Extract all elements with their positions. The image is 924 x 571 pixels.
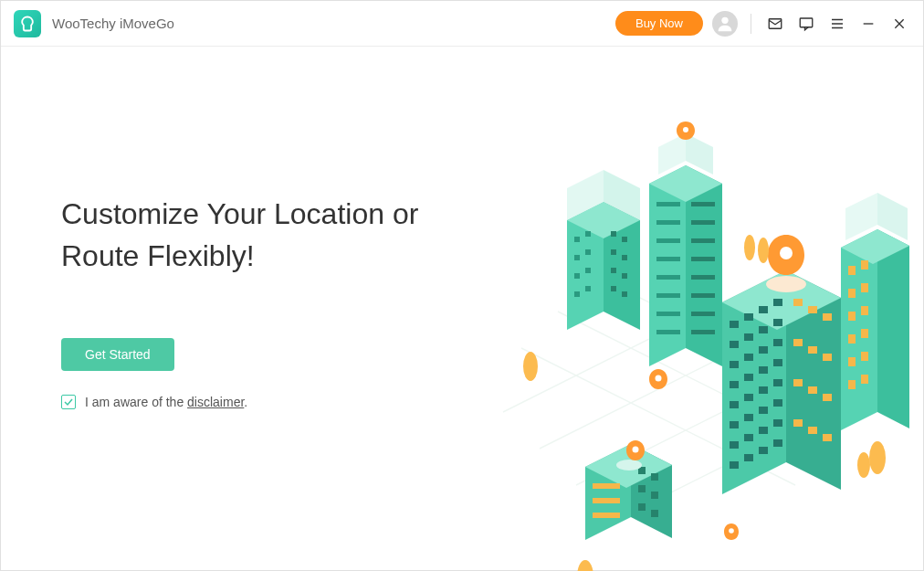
svg-point-143 bbox=[577, 560, 593, 571]
app-window: WooTechy iMoveGo Buy Now bbox=[0, 0, 924, 571]
menu-icon[interactable] bbox=[826, 13, 848, 35]
svg-rect-32 bbox=[622, 255, 627, 260]
svg-line-14 bbox=[558, 312, 832, 449]
svg-point-141 bbox=[869, 441, 886, 474]
svg-rect-22 bbox=[585, 231, 591, 237]
svg-rect-115 bbox=[808, 346, 817, 354]
svg-rect-30 bbox=[622, 237, 627, 242]
svg-rect-131 bbox=[638, 467, 646, 474]
svg-rect-47 bbox=[656, 293, 680, 298]
svg-point-145 bbox=[633, 447, 639, 453]
svg-rect-80 bbox=[744, 313, 753, 321]
svg-marker-78 bbox=[722, 270, 841, 330]
svg-rect-133 bbox=[638, 485, 646, 492]
user-avatar-icon[interactable] bbox=[712, 11, 738, 37]
svg-rect-136 bbox=[651, 510, 658, 517]
svg-marker-17 bbox=[604, 202, 640, 330]
disclaimer-text: I am aware of the disclaimer. bbox=[85, 395, 247, 409]
svg-rect-65 bbox=[861, 260, 868, 270]
svg-rect-21 bbox=[574, 237, 580, 242]
svg-rect-132 bbox=[651, 473, 658, 481]
svg-rect-109 bbox=[759, 447, 768, 454]
svg-rect-134 bbox=[651, 492, 658, 499]
minimize-icon[interactable] bbox=[857, 13, 879, 35]
mail-icon[interactable] bbox=[764, 13, 786, 35]
svg-rect-121 bbox=[808, 427, 817, 434]
svg-marker-16 bbox=[567, 202, 604, 330]
svg-marker-38 bbox=[686, 165, 722, 366]
svg-rect-107 bbox=[730, 461, 739, 469]
svg-rect-44 bbox=[656, 238, 680, 243]
titlebar-right: Buy Now bbox=[615, 11, 910, 37]
location-pin-icon bbox=[768, 235, 804, 286]
svg-rect-130 bbox=[593, 513, 620, 518]
titlebar-left: WooTechy iMoveGo bbox=[14, 10, 174, 37]
svg-rect-122 bbox=[823, 434, 832, 441]
svg-rect-49 bbox=[656, 330, 680, 334]
svg-rect-79 bbox=[730, 321, 739, 328]
svg-rect-27 bbox=[574, 291, 580, 297]
svg-point-144 bbox=[656, 375, 662, 382]
svg-rect-33 bbox=[611, 268, 616, 273]
svg-rect-36 bbox=[622, 291, 627, 297]
svg-rect-57 bbox=[691, 330, 715, 334]
svg-rect-75 bbox=[861, 375, 868, 384]
svg-rect-42 bbox=[656, 202, 680, 206]
svg-rect-23 bbox=[574, 255, 580, 260]
svg-rect-90 bbox=[773, 339, 782, 346]
svg-rect-51 bbox=[691, 220, 715, 225]
svg-marker-126 bbox=[631, 444, 672, 538]
svg-rect-29 bbox=[611, 231, 616, 237]
get-started-button[interactable]: Get Started bbox=[61, 338, 174, 371]
svg-marker-40 bbox=[658, 133, 686, 174]
svg-marker-41 bbox=[686, 133, 713, 174]
app-logo-icon bbox=[14, 10, 41, 37]
feedback-icon[interactable] bbox=[795, 13, 817, 35]
svg-rect-31 bbox=[611, 249, 616, 255]
svg-line-11 bbox=[576, 348, 850, 485]
disclaimer-row: I am aware of the disclaimer. bbox=[61, 395, 923, 409]
svg-rect-35 bbox=[611, 286, 616, 291]
svg-rect-45 bbox=[656, 257, 680, 261]
svg-point-137 bbox=[616, 460, 642, 471]
svg-rect-86 bbox=[773, 319, 782, 326]
disclaimer-checkbox[interactable] bbox=[61, 395, 76, 409]
svg-rect-113 bbox=[823, 313, 832, 321]
svg-marker-61 bbox=[841, 229, 909, 264]
svg-rect-89 bbox=[759, 346, 768, 354]
svg-rect-73 bbox=[861, 352, 868, 361]
svg-rect-104 bbox=[744, 434, 753, 441]
svg-rect-67 bbox=[861, 283, 868, 292]
disclaimer-link[interactable]: disclaimer bbox=[187, 395, 244, 409]
svg-rect-74 bbox=[848, 380, 856, 389]
svg-rect-117 bbox=[793, 379, 803, 386]
svg-rect-2 bbox=[800, 18, 813, 27]
svg-marker-76 bbox=[722, 270, 786, 494]
buy-now-button[interactable]: Buy Now bbox=[615, 11, 703, 36]
svg-rect-99 bbox=[730, 421, 739, 428]
svg-rect-50 bbox=[691, 202, 715, 206]
svg-point-140 bbox=[758, 238, 769, 263]
location-pin-icon bbox=[649, 369, 667, 397]
app-title: WooTechy iMoveGo bbox=[52, 16, 174, 31]
location-pin-icon bbox=[724, 523, 739, 547]
svg-point-142 bbox=[857, 452, 870, 478]
svg-rect-93 bbox=[759, 366, 768, 374]
svg-rect-116 bbox=[823, 354, 832, 361]
location-pin-icon bbox=[677, 122, 695, 149]
titlebar-divider bbox=[751, 14, 751, 34]
svg-point-146 bbox=[729, 528, 734, 534]
svg-rect-52 bbox=[691, 238, 715, 243]
svg-rect-64 bbox=[848, 266, 856, 275]
close-icon[interactable] bbox=[888, 13, 910, 35]
svg-rect-81 bbox=[759, 306, 768, 313]
svg-rect-48 bbox=[656, 312, 680, 316]
svg-rect-105 bbox=[759, 427, 768, 434]
svg-rect-71 bbox=[861, 329, 868, 338]
svg-rect-88 bbox=[744, 354, 753, 361]
svg-rect-66 bbox=[848, 289, 856, 298]
svg-rect-34 bbox=[622, 273, 627, 279]
svg-rect-54 bbox=[691, 275, 715, 280]
main-content: Customize Your Location or Route Flexibl… bbox=[1, 47, 923, 570]
svg-marker-37 bbox=[649, 165, 686, 366]
